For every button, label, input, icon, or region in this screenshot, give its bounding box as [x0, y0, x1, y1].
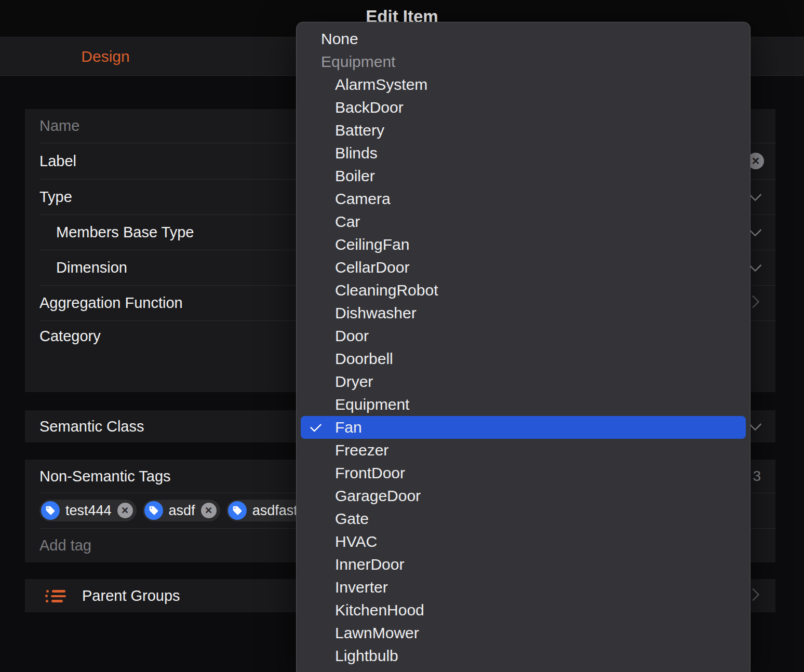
- dropdown-option-label: CellarDoor: [335, 259, 409, 276]
- dropdown-option[interactable]: Door: [297, 325, 750, 347]
- dropdown-option[interactable]: Boiler: [297, 165, 750, 187]
- dropdown-group-label: Equipment: [297, 50, 750, 73]
- dropdown-option-label: Doorbell: [335, 350, 393, 368]
- dropdown-option[interactable]: Dishwasher: [297, 302, 750, 325]
- dropdown-option[interactable]: Freezer: [297, 439, 750, 462]
- dropdown-option[interactable]: Camera: [297, 187, 750, 210]
- tag-count-badge: 3: [753, 468, 761, 485]
- tag-icon: [144, 501, 163, 520]
- dropdown-option-label: AlarmSystem: [335, 76, 427, 93]
- tag-chip[interactable]: test444: [39, 500, 137, 521]
- dropdown-option-label: GarageDoor: [335, 487, 421, 505]
- dropdown-option[interactable]: Battery: [297, 119, 750, 142]
- dropdown-option[interactable]: None: [297, 28, 750, 50]
- dropdown-option-label: Car: [335, 213, 360, 231]
- dropdown-option[interactable]: Blinds: [297, 142, 750, 165]
- dropdown-option-label: Inverter: [335, 579, 388, 596]
- type-row-text: Type: [39, 189, 72, 206]
- chevron-down-icon: [748, 223, 761, 236]
- tag-label: asdfast: [252, 503, 298, 519]
- dropdown-option-list: NoneEquipmentAlarmSystemBackDoorBatteryB…: [297, 28, 750, 667]
- category-dropdown-menu: NoneEquipmentAlarmSystemBackDoorBatteryB…: [296, 22, 751, 672]
- dropdown-option-label: Boiler: [335, 167, 375, 185]
- dropdown-option-selected[interactable]: Fan: [301, 416, 746, 439]
- category-text: Category: [39, 328, 101, 345]
- dropdown-option[interactable]: KitchenHood: [297, 599, 750, 622]
- dropdown-option-label: Freezer: [335, 441, 388, 459]
- dropdown-option[interactable]: BackDoor: [297, 96, 750, 119]
- tag-label: asdf: [169, 503, 195, 519]
- remove-tag-icon[interactable]: [117, 503, 133, 518]
- remove-tag-icon[interactable]: [201, 503, 217, 518]
- chevron-down-icon: [748, 188, 761, 201]
- dropdown-option-label: Gate: [335, 510, 369, 528]
- tag-chip[interactable]: asdf: [143, 500, 220, 521]
- dropdown-option-label: Dryer: [335, 373, 373, 391]
- dropdown-option[interactable]: CleaningRobot: [297, 279, 750, 302]
- tag-icon: [228, 501, 247, 520]
- dropdown-option[interactable]: LawnMower: [297, 622, 750, 644]
- dropdown-option-label: Fan: [335, 419, 362, 436]
- tag-pills: test444 asdf asdfast: [39, 500, 323, 521]
- dropdown-option[interactable]: Dryer: [297, 370, 750, 393]
- tag-label: test444: [65, 503, 112, 519]
- dropdown-option[interactable]: Car: [297, 210, 750, 233]
- dropdown-option-label: KitchenHood: [335, 601, 424, 619]
- dropdown-option[interactable]: FrontDoor: [297, 462, 750, 485]
- dimension-text: Dimension: [56, 259, 127, 276]
- non-semantic-tags-title: Non-Semantic Tags: [39, 468, 171, 485]
- dropdown-option-label: Blinds: [335, 144, 378, 162]
- dropdown-option-label: CeilingFan: [335, 236, 409, 253]
- dropdown-option-label: None: [321, 30, 358, 48]
- dropdown-option-label: Equipment: [335, 396, 409, 413]
- dropdown-option[interactable]: GarageDoor: [297, 485, 750, 507]
- tag-icon: [41, 501, 60, 520]
- aggregation-function-text: Aggregation Function: [39, 294, 183, 312]
- parent-groups-text: Parent Groups: [82, 587, 180, 604]
- dropdown-option-label: Door: [335, 327, 369, 345]
- dropdown-option[interactable]: InnerDoor: [297, 553, 750, 576]
- dropdown-option[interactable]: Lightbulb: [297, 644, 750, 667]
- dropdown-option-label: CleaningRobot: [335, 281, 438, 299]
- dropdown-option-label: InnerDoor: [335, 556, 404, 573]
- dropdown-option[interactable]: Doorbell: [297, 347, 750, 370]
- dropdown-option-label: HVAC: [335, 533, 377, 550]
- chevron-down-icon: [748, 418, 761, 431]
- semantic-class-text: Semantic Class: [39, 418, 144, 435]
- dropdown-option-label: Dishwasher: [335, 304, 417, 322]
- chevron-down-icon: [748, 259, 761, 272]
- tab-design[interactable]: Design: [66, 37, 144, 75]
- dropdown-option[interactable]: Equipment: [297, 393, 750, 416]
- list-icon: [46, 587, 68, 604]
- dropdown-option[interactable]: AlarmSystem: [297, 73, 750, 96]
- dropdown-option-label: Equipment: [321, 53, 395, 71]
- dropdown-option-label: Battery: [335, 122, 384, 139]
- dropdown-option-label: LawnMower: [335, 624, 419, 642]
- dropdown-option[interactable]: Inverter: [297, 576, 750, 599]
- dropdown-option[interactable]: CellarDoor: [297, 256, 750, 279]
- checkmark-icon: [310, 421, 322, 433]
- edit-item-screen: Edit Item Design Label Type Members Base…: [0, 0, 804, 672]
- dropdown-option-label: BackDoor: [335, 99, 404, 116]
- dropdown-option-label: FrontDoor: [335, 464, 405, 482]
- label-row-text: Label: [39, 153, 76, 170]
- dropdown-option[interactable]: CeilingFan: [297, 233, 750, 256]
- dropdown-option-label: Lightbulb: [335, 647, 398, 665]
- dropdown-option[interactable]: HVAC: [297, 530, 750, 553]
- dropdown-option-label: Camera: [335, 190, 391, 208]
- dropdown-option[interactable]: Gate: [297, 507, 750, 530]
- members-base-type-text: Members Base Type: [56, 224, 194, 241]
